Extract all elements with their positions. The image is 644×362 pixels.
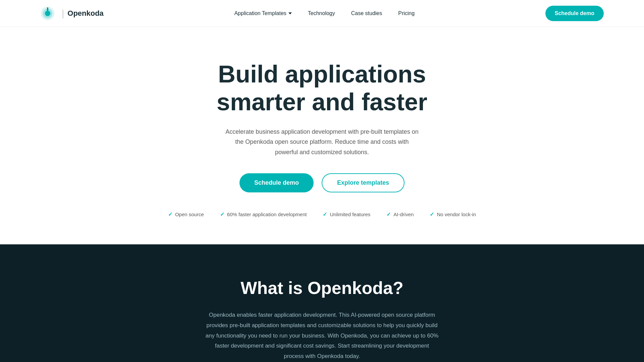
hero-buttons: Schedule demo Explore templates	[239, 173, 405, 192]
check-icon: ✓	[386, 211, 391, 218]
nav-schedule-demo-button[interactable]: Schedule demo	[545, 6, 604, 21]
hero-badges: ✓ Open source ✓ 60% faster application d…	[168, 211, 476, 218]
check-icon: ✓	[220, 211, 224, 218]
chevron-down-icon	[288, 12, 292, 14]
hero-title: Build applications smarter and faster	[217, 60, 427, 116]
badge-open-source: ✓ Open source	[168, 211, 204, 218]
dark-section-text: Openkoda enables faster application deve…	[205, 310, 439, 361]
logo-wordmark: | Openkoda	[58, 8, 104, 19]
badge-ai-driven: ✓ AI-driven	[386, 211, 414, 218]
nav-link-case-studies[interactable]: Case studies	[351, 10, 382, 16]
hero-section: Build applications smarter and faster Ac…	[0, 27, 644, 244]
logo-link[interactable]: | Openkoda	[40, 6, 104, 21]
hero-schedule-demo-button[interactable]: Schedule demo	[239, 173, 314, 192]
navbar: | Openkoda Application Templates Technol…	[0, 0, 644, 27]
badge-faster-dev: ✓ 60% faster application development	[220, 211, 307, 218]
logo-icon	[40, 6, 55, 21]
nav-link-technology[interactable]: Technology	[308, 10, 335, 16]
badge-unlimited-features: ✓ Unlimited features	[323, 211, 370, 218]
nav-links: Application Templates Technology Case st…	[234, 10, 415, 16]
nav-link-pricing[interactable]: Pricing	[398, 10, 415, 16]
hero-subtitle: Accelerate business application developm…	[225, 127, 419, 158]
dark-section: What is Openkoda? Openkoda enables faste…	[0, 244, 644, 362]
check-icon: ✓	[430, 211, 434, 218]
hero-explore-templates-button[interactable]: Explore templates	[322, 173, 405, 192]
badge-no-vendor-lock: ✓ No vendor lock-in	[430, 211, 476, 218]
dark-section-title: What is Openkoda?	[240, 278, 403, 298]
check-icon: ✓	[168, 211, 172, 218]
check-icon: ✓	[323, 211, 327, 218]
svg-rect-4	[47, 7, 48, 11]
nav-link-templates[interactable]: Application Templates	[234, 10, 291, 16]
